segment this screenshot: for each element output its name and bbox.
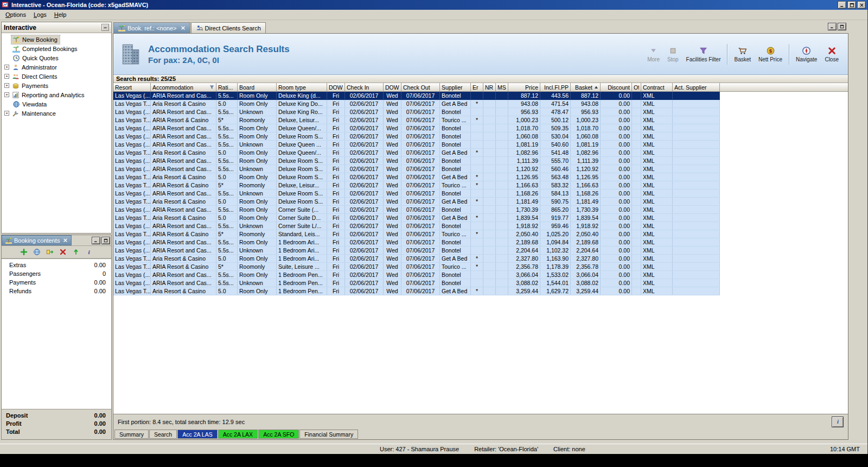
result-row[interactable]: Las Vegas (...ARIA Resort and Cas...5.5s… (113, 141, 720, 149)
result-row[interactable]: Las Vegas (...ARIA Resort and Cas...5.5s… (113, 271, 720, 279)
result-row[interactable]: Las Vegas T...ARIA Resort & Casino5*Room… (113, 181, 720, 190)
column-header-room-type[interactable]: Room type (277, 83, 327, 92)
result-row[interactable]: Las Vegas (...ARIA Resort and Cas...5.5s… (113, 222, 720, 230)
result-row[interactable]: Las Vegas (...ARIA Resort and Cas...5.5s… (113, 190, 720, 198)
result-row[interactable]: Las Vegas T...Aria Resort & Casino5.0Roo… (113, 100, 720, 108)
column-header-dow[interactable]: DOW (384, 83, 401, 92)
sidebar-item-viewdata[interactable]: Viewdata (2, 99, 111, 109)
minimize-button[interactable] (838, 1, 846, 9)
column-header-resort[interactable]: Resort (113, 83, 151, 92)
close-icon[interactable] (63, 238, 68, 243)
column-header-basket[interactable]: Basket (571, 83, 601, 92)
bottom-tab-acc-2a-lax[interactable]: Acc 2A LAX (218, 430, 258, 439)
menu-logs[interactable]: Logs (30, 10, 50, 19)
column-header-ms[interactable]: MS (496, 83, 508, 92)
column-header-er[interactable]: Er (471, 83, 483, 92)
sidebar-item-payments[interactable]: +Payments (2, 81, 111, 90)
expand-icon[interactable]: + (4, 111, 9, 116)
transfer-button[interactable] (46, 248, 54, 256)
info-button[interactable]: i (832, 416, 844, 427)
expand-icon[interactable]: + (4, 65, 9, 70)
tabstrip-maximize-button[interactable] (838, 23, 846, 30)
result-row[interactable]: Las Vegas (...ARIA Resort and Cas...5.5s… (113, 165, 720, 173)
panel-maximize-button[interactable] (101, 237, 110, 244)
bottom-tab-financial-summary[interactable]: Financial Summary (299, 430, 358, 439)
booking-total-row[interactable]: Profit0.00 (6, 420, 106, 428)
info-small-button[interactable]: i (85, 248, 93, 256)
up-button[interactable] (72, 248, 80, 256)
column-header-nr[interactable]: NR (483, 83, 496, 92)
result-row[interactable]: Las Vegas (...ARIA Resort and Cas...5.5s… (113, 92, 720, 100)
tab-close-icon[interactable] (181, 26, 186, 30)
sidebar-item-new-booking[interactable]: New Booking (2, 35, 111, 44)
nett-price-button[interactable]: $Nett Price (755, 44, 786, 65)
column-header-check-in[interactable]: Check In (345, 83, 384, 92)
result-row[interactable]: Las Vegas T...ARIA Resort & Casino5*Room… (113, 263, 720, 271)
sidebar-item-quick-quotes[interactable]: Quick Quotes (2, 53, 111, 62)
booking-contents-tab[interactable]: Booking contents (2, 235, 72, 245)
result-row[interactable]: Las Vegas (...ARIA Resort and Cas...5.5s… (113, 206, 720, 214)
panel-minimize-button[interactable] (92, 237, 100, 244)
facilities-filter-button[interactable]: Facilities Filter (682, 44, 725, 65)
menu-help[interactable]: Help (50, 10, 71, 19)
bottom-tab-summary[interactable]: Summary (114, 430, 149, 439)
delete-button[interactable] (59, 248, 67, 256)
globe-button[interactable] (33, 248, 41, 256)
sidebar-item-administrator[interactable]: +Administrator (2, 62, 111, 72)
panel-collapse-button[interactable] (101, 24, 109, 31)
sidebar-item-maintenance[interactable]: +Maintenance (2, 109, 111, 118)
booking-list-item[interactable]: Passengers0 (2, 269, 111, 278)
column-header-dow[interactable]: DOW (327, 83, 345, 92)
column-header-incl-fl-pp[interactable]: Incl.Fl.PP (540, 83, 571, 92)
column-header-supplier[interactable]: Supplier (440, 83, 471, 92)
column-header-board[interactable]: Board (238, 83, 277, 92)
sidebar-item-reporting-and-analytics[interactable]: +Reporting and Analytics (2, 90, 111, 99)
column-header-contract[interactable]: Contract (641, 83, 673, 92)
result-row[interactable]: Las Vegas T...Aria Resort & Casino5.0Roo… (113, 149, 720, 157)
basket-button[interactable]: Basket (730, 44, 755, 65)
result-row[interactable]: Las Vegas (...ARIA Resort and Cas...5.5s… (113, 279, 720, 287)
tab-book-ref-none[interactable]: Book. ref.: <none> (113, 22, 190, 33)
expand-icon[interactable]: + (4, 92, 9, 97)
close-button[interactable]: Close (821, 44, 843, 65)
bottom-tab-acc-2a-sfo[interactable]: Acc 2A SFO (258, 430, 299, 439)
expand-icon[interactable]: + (4, 83, 9, 88)
result-row[interactable]: Las Vegas (...ARIA Resort and Cas...5.5s… (113, 247, 720, 255)
result-row[interactable]: Las Vegas T...ARIA Resort & Casino5*Room… (113, 230, 720, 238)
booking-list-item[interactable]: Refunds0.00 (2, 287, 111, 295)
plus-button[interactable] (20, 248, 28, 256)
bottom-tab-acc-2a-las[interactable]: Acc 2A LAS (177, 430, 217, 439)
booking-total-row[interactable]: Deposit0.00 (6, 412, 106, 420)
result-row[interactable]: Las Vegas (...ARIA Resort and Cas...5.5s… (113, 108, 720, 116)
sidebar-item-direct-clients[interactable]: +Direct Clients (2, 72, 111, 81)
column-header-discount[interactable]: Discount (601, 83, 632, 92)
result-row[interactable]: Las Vegas (...ARIA Resort and Cas...5.5s… (113, 124, 720, 132)
booking-total-row[interactable]: Total0.00 (6, 428, 106, 436)
column-header-of[interactable]: Of (632, 83, 641, 92)
tab-direct-clients-search[interactable]: Direct Clients Search (191, 22, 266, 33)
column-header-act-supplier[interactable]: Act. Supplier (673, 83, 720, 92)
result-row[interactable]: Las Vegas T...Aria Resort & Casino5.0Roo… (113, 287, 720, 295)
close-button[interactable] (857, 1, 866, 9)
column-header-price[interactable]: Price (508, 83, 540, 92)
result-row[interactable]: Las Vegas (...ARIA Resort and Cas...5.5s… (113, 238, 720, 247)
result-row[interactable]: Las Vegas T...ARIA Resort & Casino5*Room… (113, 116, 720, 124)
booking-list-item[interactable]: Extras0.00 (2, 261, 111, 269)
expand-icon[interactable]: + (4, 74, 9, 79)
result-row[interactable]: Las Vegas (...ARIA Resort and Cas...5.5s… (113, 132, 720, 141)
result-row[interactable]: Las Vegas T...Aria Resort & Casino5.0Roo… (113, 198, 720, 206)
result-row[interactable]: Las Vegas T...Aria Resort & Casino5.0Roo… (113, 255, 720, 263)
column-header-rati[interactable]: Rati... (216, 83, 238, 92)
booking-list-item[interactable]: Payments0.00 (2, 278, 111, 287)
bottom-tab-search[interactable]: Search (149, 430, 177, 439)
result-row[interactable]: Las Vegas T...Aria Resort & Casino5.0Roo… (113, 214, 720, 222)
column-header-check-out[interactable]: Check Out (401, 83, 440, 92)
result-row[interactable]: Las Vegas (...ARIA Resort and Cas...5.5s… (113, 157, 720, 165)
tabstrip-minimize-button[interactable] (828, 23, 837, 30)
maximize-button[interactable] (847, 1, 856, 9)
result-row[interactable]: Las Vegas T...Aria Resort & Casino5.0Roo… (113, 173, 720, 181)
sidebar-item-completed-bookings[interactable]: Completed Bookings (2, 44, 111, 53)
menu-options[interactable]: Options (2, 10, 30, 19)
column-header-accommodation[interactable]: Accommodation (151, 83, 216, 92)
navigate-button[interactable]: Navigate (792, 44, 821, 65)
